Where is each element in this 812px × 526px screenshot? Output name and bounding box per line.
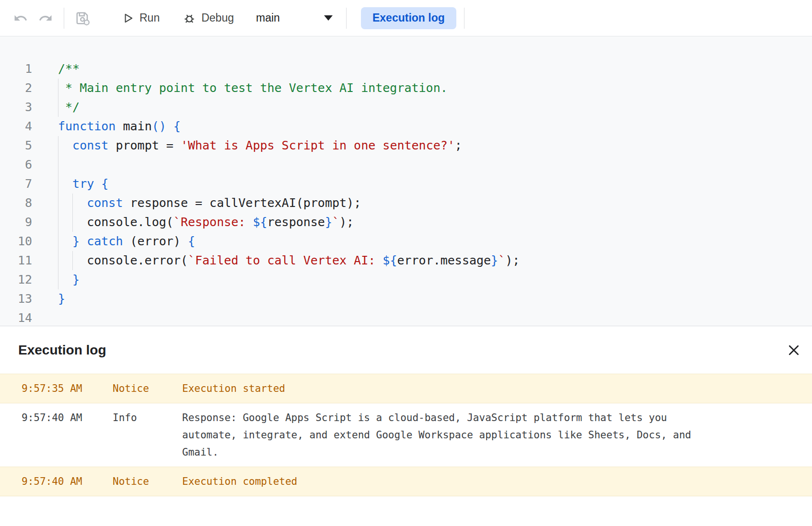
code-text: function main() {: [32, 117, 812, 136]
indent-guide: [58, 251, 58, 270]
undo-icon: [13, 11, 28, 25]
save-button[interactable]: [72, 8, 93, 29]
log-entry: 9:57:35 AMNoticeExecution started: [0, 374, 812, 403]
log-message: Execution started: [182, 380, 709, 397]
bug-icon: [183, 11, 196, 25]
code-line: 1/**: [0, 59, 812, 79]
log-time: 9:57:35 AM: [22, 380, 113, 397]
code-line: 12 }: [0, 270, 812, 289]
code-text: const response = callVertexAI(prompt);: [32, 194, 812, 213]
code-text: console.log(`Response: ${response}`);: [32, 213, 812, 232]
code-line: 10 } catch (error) {: [0, 232, 812, 251]
line-number[interactable]: 14: [0, 309, 32, 326]
indent-guide: [58, 194, 58, 213]
indent-guide: [58, 155, 58, 174]
line-number[interactable]: 6: [0, 155, 32, 174]
code-editor[interactable]: 1/**2 * Main entry point to test the Ver…: [0, 36, 812, 326]
toolbar: Run Debug main Execution log: [0, 0, 812, 36]
play-icon: [122, 12, 134, 24]
code-line: 7 try {: [0, 174, 812, 194]
log-time: 9:57:40 AM: [22, 473, 113, 490]
undo-button[interactable]: [10, 8, 31, 29]
indent-guide: [72, 213, 73, 232]
log-entry: 9:57:40 AMInfoResponse: Google Apps Scri…: [0, 403, 812, 467]
toolbar-divider: [464, 8, 464, 29]
code-text: [32, 155, 812, 174]
chevron-down-icon: [324, 15, 333, 21]
indent-guide: [72, 194, 73, 213]
log-entry: 9:57:40 AMNoticeExecution completed: [0, 467, 812, 496]
redo-button[interactable]: [35, 8, 56, 29]
code-line: 11 console.error(`Failed to call Vertex …: [0, 251, 812, 270]
line-number[interactable]: 8: [0, 194, 32, 213]
line-number[interactable]: 12: [0, 270, 32, 289]
line-number[interactable]: 4: [0, 117, 32, 136]
log-message: Execution completed: [182, 473, 709, 490]
execution-log-title: Execution log: [18, 343, 106, 358]
log-entries: 9:57:35 AMNoticeExecution started9:57:40…: [0, 374, 812, 496]
log-message: Response: Google Apps Script is a cloud-…: [182, 409, 709, 461]
function-dropdown-value: main: [256, 11, 280, 24]
indent-guide: [58, 213, 58, 232]
execution-log-toggle-label: Execution log: [372, 11, 445, 24]
code-line: 3 */: [0, 98, 812, 117]
run-button-label: Run: [139, 11, 160, 24]
indent-guide: [58, 270, 58, 289]
code-text: }: [32, 289, 812, 309]
code-text: const prompt = 'What is Apps Script in o…: [32, 136, 812, 155]
line-number[interactable]: 1: [0, 59, 32, 79]
line-number[interactable]: 11: [0, 251, 32, 270]
close-icon: [787, 343, 801, 357]
line-number[interactable]: 9: [0, 213, 32, 232]
code-text: */: [32, 98, 812, 117]
log-time: 9:57:40 AM: [22, 409, 113, 426]
indent-guide: [58, 136, 58, 155]
indent-guide: [58, 98, 58, 117]
code-text: /**: [32, 59, 812, 79]
code-line: 9 console.log(`Response: ${response}`);: [0, 213, 812, 232]
log-level: Info: [113, 409, 182, 426]
indent-guide: [58, 232, 58, 251]
code-line: 6: [0, 155, 812, 174]
line-number[interactable]: 2: [0, 79, 32, 98]
line-number[interactable]: 7: [0, 174, 32, 194]
log-level: Notice: [113, 473, 182, 490]
line-number[interactable]: 5: [0, 136, 32, 155]
code-line: 8 const response = callVertexAI(prompt);: [0, 194, 812, 213]
debug-button[interactable]: Debug: [175, 5, 242, 32]
log-level: Notice: [113, 380, 182, 397]
code-text: } catch (error) {: [32, 232, 812, 251]
indent-guide: [58, 174, 58, 194]
indent-guide: [58, 79, 58, 98]
code-area[interactable]: 1/**2 * Main entry point to test the Ver…: [0, 59, 812, 326]
code-text: * Main entry point to test the Vertex AI…: [32, 79, 812, 98]
toolbar-divider: [346, 8, 347, 29]
close-button[interactable]: [782, 339, 805, 362]
line-number[interactable]: 10: [0, 232, 32, 251]
code-line: 4function main() {: [0, 117, 812, 136]
function-dropdown[interactable]: main: [248, 5, 338, 32]
toolbar-divider: [64, 8, 64, 29]
save-icon: [75, 11, 90, 25]
indent-guide: [72, 251, 73, 270]
code-text: try {: [32, 174, 812, 194]
execution-log-toggle-button[interactable]: Execution log: [361, 7, 456, 29]
run-button[interactable]: Run: [114, 5, 167, 32]
code-text: [32, 309, 812, 326]
line-number[interactable]: 3: [0, 98, 32, 117]
code-line: 14: [0, 309, 812, 326]
code-line: 2 * Main entry point to test the Vertex …: [0, 79, 812, 98]
redo-icon: [38, 11, 53, 25]
line-number[interactable]: 13: [0, 289, 32, 309]
log-header: Execution log: [0, 326, 812, 374]
code-text: console.error(`Failed to call Vertex AI:…: [32, 251, 812, 270]
code-line: 13}: [0, 289, 812, 309]
code-text: }: [32, 270, 812, 289]
code-line: 5 const prompt = 'What is Apps Script in…: [0, 136, 812, 155]
execution-log-panel: Execution log 9:57:35 AMNoticeExecution …: [0, 326, 812, 526]
debug-button-label: Debug: [201, 11, 234, 24]
